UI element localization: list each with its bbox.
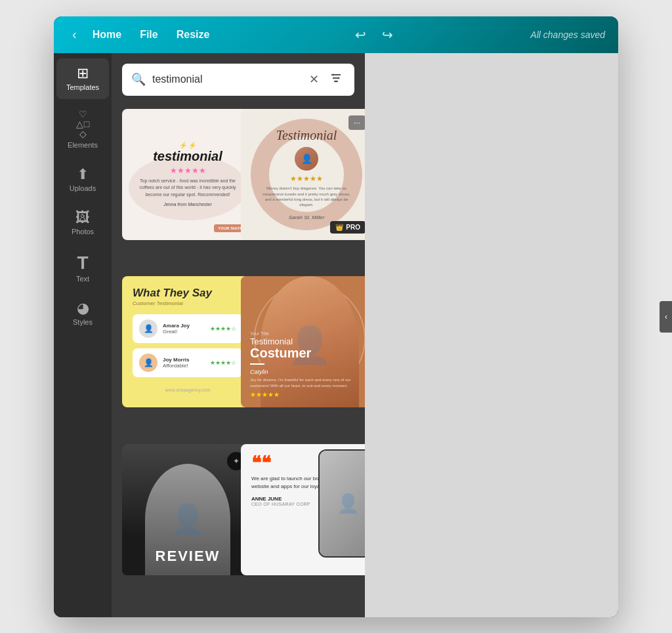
review-1-name: Amara Joy bbox=[163, 323, 205, 329]
file-nav[interactable]: File bbox=[132, 25, 166, 45]
sidebar-item-styles[interactable]: ◕ Styles bbox=[56, 293, 109, 334]
app-window: ‹ Home File Resize ↩ ↪ All changes saved… bbox=[54, 16, 618, 617]
template-card-4[interactable]: 👤 Your Title Testimonial Costumer Catyli… bbox=[241, 276, 365, 407]
elements-label: Elements bbox=[68, 141, 98, 149]
review-1-avatar: 👤 bbox=[139, 319, 158, 338]
template-1-lightning: ⚡ ⚡ bbox=[138, 142, 237, 149]
template-4-small-title: Your Title bbox=[250, 331, 363, 336]
template-2-title: Testimonial bbox=[276, 128, 337, 143]
template-3-subtitle: Customer Testimonial bbox=[133, 300, 243, 306]
template-4-big-title: Costumer bbox=[250, 346, 363, 359]
review-2-text: Affordable! bbox=[163, 363, 205, 369]
content-panel: 🔍 ✕ bbox=[112, 53, 365, 617]
template-card-5[interactable]: 👤 ✦ REVIEW bbox=[122, 444, 253, 575]
review-2-info: Joy Morris Affordable! bbox=[163, 357, 205, 369]
templates-label: Templates bbox=[66, 83, 99, 91]
template-2-stars: ★★★★★ bbox=[290, 174, 323, 183]
template-1-title: testimonial bbox=[138, 149, 237, 164]
template-3-review-1: 👤 Amara Joy Great! ★★★★☆ bbox=[133, 314, 243, 343]
template-2-author: Sarah St. Miller bbox=[289, 214, 325, 220]
back-button[interactable]: ‹ bbox=[67, 24, 82, 45]
photos-icon: 🖼 bbox=[75, 211, 90, 225]
template-1-text: Top notch service - food was incredible … bbox=[138, 178, 237, 199]
template-2-avatar: 👤 bbox=[295, 147, 318, 171]
top-bar: ‹ Home File Resize ↩ ↪ All changes saved bbox=[54, 16, 618, 53]
template-3-review-2: 👤 Joy Morris Affordable! ★★★★☆ bbox=[133, 348, 243, 377]
sidebar-item-elements[interactable]: ♡△□◇ Elements bbox=[56, 102, 109, 157]
template-4-text: Joy for dreams, I'm thankful for each an… bbox=[250, 377, 363, 388]
resize-nav[interactable]: Resize bbox=[169, 25, 218, 45]
canvas-area bbox=[365, 53, 618, 617]
template-5-text: REVIEW bbox=[122, 548, 253, 565]
template-4-name: Catylin bbox=[250, 369, 363, 375]
sidebar-item-photos[interactable]: 🖼 Photos bbox=[56, 203, 109, 243]
review-1-stars: ★★★★☆ bbox=[210, 325, 236, 332]
undo-button[interactable]: ↩ bbox=[352, 24, 369, 45]
search-icon: 🔍 bbox=[131, 72, 146, 87]
template-card-6[interactable]: ❝❝ We are glad to launch our brand new w… bbox=[241, 444, 365, 575]
template-5-review-title: REVIEW bbox=[122, 548, 253, 565]
text-icon: T bbox=[77, 254, 88, 272]
sidebar-item-templates[interactable]: ⊞ Templates bbox=[56, 58, 109, 99]
search-input[interactable] bbox=[152, 73, 301, 85]
svg-point-3 bbox=[333, 73, 335, 75]
home-nav[interactable]: Home bbox=[85, 25, 129, 45]
phone-screen: 👤 bbox=[320, 451, 365, 556]
review-2-avatar: 👤 bbox=[139, 354, 158, 372]
text-label: Text bbox=[76, 275, 89, 283]
uploads-icon: ⬆ bbox=[77, 167, 89, 182]
search-filter-button[interactable] bbox=[327, 70, 345, 89]
uploads-label: Uploads bbox=[70, 184, 96, 192]
top-bar-center: ↩ ↪ bbox=[222, 24, 525, 45]
redo-button[interactable]: ↪ bbox=[379, 24, 396, 45]
template-6-phone: 👤 bbox=[318, 449, 365, 558]
template-3-title: What They Say bbox=[133, 287, 243, 300]
templates-grid: ⚡ ⚡ testimonial ★★★★★ Top notch service … bbox=[112, 104, 365, 617]
review-2-stars: ★★★★☆ bbox=[210, 359, 236, 366]
template-4-content: Your Title Testimonial Costumer Catylin … bbox=[250, 331, 363, 398]
sidebar: ⊞ Templates ♡△□◇ Elements ⬆ Uploads 🖼 Ph… bbox=[54, 53, 112, 617]
svg-point-5 bbox=[335, 80, 337, 82]
template-4-stars: ★★★★★ bbox=[250, 391, 363, 398]
template-3-footer: www.shopagency.com bbox=[133, 388, 243, 392]
elements-icon: ♡△□◇ bbox=[75, 110, 90, 138]
review-1-text: Great! bbox=[163, 329, 205, 335]
template-card-2[interactable]: ··· Testimonial 👤 ★★★★★ Money doesn't bu… bbox=[241, 109, 365, 240]
main-area: ⊞ Templates ♡△□◇ Elements ⬆ Uploads 🖼 Ph… bbox=[54, 53, 618, 617]
review-2-name: Joy Morris bbox=[163, 357, 205, 363]
search-bar: 🔍 ✕ bbox=[112, 53, 365, 104]
sidebar-item-text[interactable]: T Text bbox=[56, 246, 109, 291]
svg-point-4 bbox=[338, 77, 340, 79]
photos-label: Photos bbox=[72, 228, 94, 235]
template-4-divider bbox=[250, 363, 264, 365]
styles-label: Styles bbox=[73, 318, 93, 326]
templates-icon: ⊞ bbox=[77, 66, 89, 81]
template-card-1[interactable]: ⚡ ⚡ testimonial ★★★★★ Top notch service … bbox=[122, 109, 253, 240]
search-wrapper: 🔍 ✕ bbox=[122, 64, 354, 96]
save-status: All changes saved bbox=[530, 30, 605, 40]
search-clear-button[interactable]: ✕ bbox=[308, 71, 320, 88]
sidebar-item-uploads[interactable]: ⬆ Uploads bbox=[56, 159, 109, 200]
template-1-stars: ★★★★★ bbox=[138, 166, 237, 175]
template-card-3[interactable]: What They Say Customer Testimonial 👤 Ama… bbox=[122, 276, 253, 407]
top-bar-left: ‹ Home File Resize bbox=[67, 24, 217, 45]
template-1-author: Jenna from Manchester bbox=[138, 202, 237, 207]
styles-icon: ◕ bbox=[77, 301, 89, 316]
review-1-info: Amara Joy Great! bbox=[163, 323, 205, 335]
template-4-main-title: Testimonial bbox=[250, 337, 363, 346]
template-2-text: Money doesn't buy elegance. You can take… bbox=[261, 186, 352, 208]
